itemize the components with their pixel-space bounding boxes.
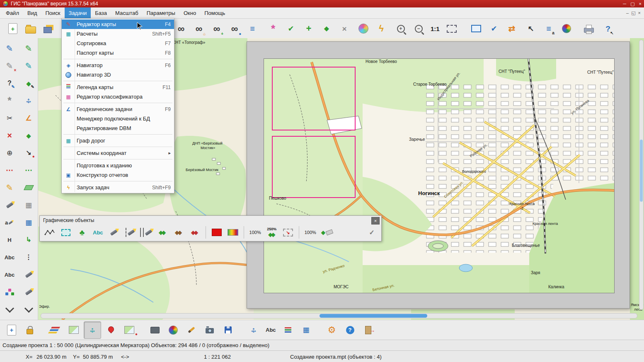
child-minimize-button[interactable]: – (626, 10, 629, 15)
print-button[interactable] (581, 21, 597, 36)
new-map-button[interactable]: + (5, 21, 21, 36)
nodes-red-button[interactable]: ⋯ (2, 163, 17, 177)
diamonds-green-button[interactable]: ◆◆ (155, 225, 170, 240)
create-area-button[interactable]: ◆ (22, 128, 36, 142)
zoom-in-button[interactable]: + (393, 21, 409, 36)
abc2-tool-label[interactable]: Abc (2, 268, 17, 282)
pointer-info-button[interactable]: ↖ (523, 21, 539, 36)
apply-button[interactable]: ✓ (369, 229, 375, 237)
tree-plant-button[interactable]: ♣ (75, 225, 90, 240)
edit-pencil-button[interactable]: ✎ (22, 41, 36, 56)
bolt-button[interactable]: ϟ (373, 21, 389, 36)
flashlight3-button[interactable] (22, 285, 36, 299)
create-parallelogram-button[interactable] (22, 181, 36, 195)
zoom-after-label[interactable]: 100% (303, 225, 318, 240)
tasks-menu-item[interactable]: ✎Редактор картыF4 (62, 19, 174, 29)
collapse-chevron-button[interactable] (2, 302, 17, 316)
tasks-menu-item[interactable]: ϟЗапуск задачShift+F9 (62, 183, 174, 192)
panel-close-button[interactable]: × (371, 217, 380, 224)
tasks-menu-item[interactable]: ▦Редактор классификатора (62, 92, 174, 101)
spline-button[interactable]: * (2, 94, 17, 108)
tasks-menu-item[interactable]: Системы координат▸ (62, 148, 174, 158)
color-swatch-button[interactable] (209, 225, 224, 240)
layers-erase-button[interactable]: ◆ (320, 225, 334, 240)
menubar-item-3[interactable]: Задачи (65, 7, 91, 18)
child-restore-button[interactable]: ◱ (631, 10, 635, 16)
child-close-button[interactable]: × (638, 10, 641, 15)
search-button[interactable]: ∞ (173, 21, 189, 36)
menubar-item-0[interactable]: Файл (2, 7, 23, 18)
grid-edit-button[interactable]: ▦ (22, 215, 36, 229)
clear-select-button[interactable]: × (337, 21, 352, 36)
legend-colors-button[interactable] (280, 322, 296, 338)
tasks-menu-item[interactable]: ▦Граф дорог (62, 136, 174, 145)
pan-button[interactable]: ↔↕ (84, 321, 101, 339)
highlight-pencil-button[interactable]: ✎ (2, 181, 17, 195)
tasks-menu-item[interactable]: ▦РасчетыShift+F5 (62, 29, 174, 39)
search-add-button[interactable]: ∞+ (209, 21, 225, 36)
scale-label[interactable]: 1:1 (429, 21, 442, 36)
edit-node-button[interactable]: ↘● (22, 146, 36, 160)
magic-select-button[interactable]: * (265, 21, 281, 36)
vertical-scrollbar-thumb[interactable] (640, 140, 643, 202)
open-map-button[interactable] (23, 21, 39, 36)
tree-tool-button[interactable] (2, 285, 17, 299)
view-frame-button[interactable] (468, 21, 484, 36)
edit-polygon-button[interactable]: ◆✎ (22, 76, 36, 90)
gradient-button[interactable] (225, 225, 240, 240)
help-cursor-button[interactable]: ?↖ (600, 21, 616, 36)
flashlight2-button[interactable] (22, 268, 36, 282)
nodes-green-button[interactable]: ⋯ (22, 163, 36, 177)
map-view-button[interactable] (65, 322, 82, 338)
zoom-area-button[interactable]: 250%◆◆ (264, 225, 279, 240)
frame-button[interactable] (444, 21, 460, 36)
save-map-button[interactable] (41, 21, 56, 36)
screen-button[interactable] (147, 322, 163, 338)
add-object-button[interactable]: + (301, 21, 317, 36)
attr-list-button[interactable]: ≡a (541, 21, 557, 36)
tasks-menu-item[interactable]: ∠Геодезические задачиF9 (62, 104, 174, 114)
collapse-chevron2-button[interactable] (22, 302, 36, 316)
units-toggle[interactable]: <-> (121, 353, 129, 360)
erase-pencil-button[interactable]: ✎× (2, 59, 17, 73)
placemark-button[interactable] (103, 322, 119, 338)
tasks-menu-item[interactable]: Навигатор 3D (62, 70, 174, 80)
paint-button[interactable] (165, 322, 182, 338)
zoom-out-button[interactable]: − (411, 21, 426, 36)
menubar-item-6[interactable]: Параметры (143, 7, 179, 18)
map-search-button[interactable]: ● (121, 322, 138, 338)
delete-object-button[interactable]: × (2, 128, 17, 142)
exit-button[interactable]: → (360, 322, 377, 338)
search-area-button[interactable]: ∞⌂ (191, 21, 207, 36)
brush-button[interactable] (183, 322, 200, 338)
objects-list-button[interactable]: ≡ (245, 21, 260, 36)
flashlight-a-button[interactable] (107, 225, 121, 240)
menubar-item-8[interactable]: Помощь (200, 7, 229, 18)
tasks-menu-item[interactable]: Редактирование DBM (62, 123, 174, 133)
menubar-item-2[interactable]: Поиск (41, 7, 65, 18)
text-search-button[interactable]: a (2, 215, 17, 229)
lock-button[interactable] (22, 322, 38, 338)
frame-arrow-button[interactable]: ↘ (281, 225, 295, 240)
calc-grid-button[interactable]: ▦ (22, 198, 36, 212)
map-child-window[interactable]: Новое ТорбеевоСтарое ТорбеевоСНТ "Путеец… (247, 41, 630, 309)
close-button[interactable]: × (639, 2, 642, 6)
city-map[interactable]: Новое ТорбеевоСтарое ТорбеевоСНТ "Путеец… (264, 58, 615, 293)
abc-tool-label[interactable]: Abc (2, 250, 17, 264)
polyline-button[interactable] (42, 225, 57, 240)
menubar-item-4[interactable]: База (91, 7, 111, 18)
zoom-before-label[interactable]: 100% (247, 225, 263, 240)
cut-object-button[interactable]: ✂ (2, 111, 17, 125)
tasks-menu-item[interactable]: Паспорт картыF8 (62, 48, 174, 58)
tasks-menu-item[interactable]: СортировкаF7 (62, 39, 174, 48)
search-sel-button[interactable]: ∞● (227, 21, 242, 36)
tasks-menu-item[interactable]: ▣Конструктор отчетов (62, 170, 174, 180)
menubar-item-1[interactable]: Вид (23, 7, 41, 18)
layers-button[interactable] (47, 322, 64, 338)
vertical-scrollbar[interactable] (639, 40, 644, 310)
save-image-button[interactable] (220, 322, 236, 338)
camera-button[interactable] (201, 322, 218, 338)
tasks-menu-item[interactable]: Менеджер подключений к БД (62, 114, 174, 123)
abc-map-label[interactable]: Abc (264, 322, 278, 338)
snap-node-button[interactable]: ⊕ (2, 146, 17, 160)
